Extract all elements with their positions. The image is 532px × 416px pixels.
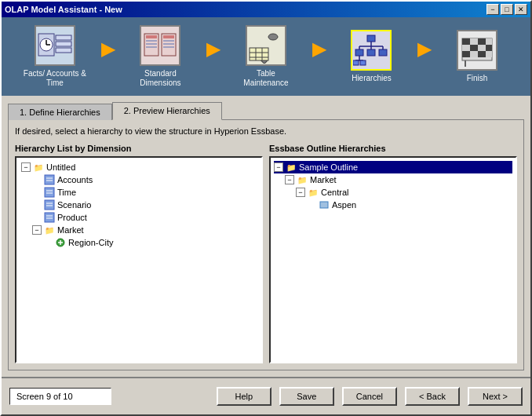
folder-sample-icon: 📁: [285, 162, 297, 173]
tabs-container: 1. Define Hierarchies 2. Preview Hierarc…: [8, 102, 524, 120]
svg-rect-8: [146, 35, 157, 38]
step-facts-label: Facts/ Accounts &Time: [24, 69, 86, 88]
tree-item-accounts[interactable]: Accounts: [20, 173, 258, 186]
step-table-icon: [246, 25, 286, 66]
tree-item-aspen[interactable]: Aspen: [274, 199, 512, 211]
folder-central-icon: 📁: [307, 187, 319, 198]
title-bar: OLAP Model Assistant - New − □ ✕: [2, 2, 530, 17]
finish-icon-svg: [459, 32, 495, 68]
svg-rect-46: [462, 51, 470, 57]
svg-rect-57: [45, 200, 54, 210]
svg-rect-44: [478, 45, 486, 51]
svg-rect-40: [478, 38, 486, 45]
expand-sample-icon[interactable]: −: [274, 162, 283, 172]
svg-rect-16: [163, 46, 174, 48]
svg-rect-15: [163, 43, 174, 45]
step-table: TableMaintenance: [231, 25, 301, 88]
tree-item-product[interactable]: Product: [20, 211, 258, 224]
dim-accounts-icon: [43, 174, 56, 185]
special-region-city-icon: [54, 237, 67, 248]
step-hier-label: Hierarchies: [352, 74, 392, 83]
svg-rect-9: [146, 40, 157, 42]
cancel-button[interactable]: Cancel: [342, 387, 397, 406]
svg-rect-43: [470, 45, 478, 51]
svg-rect-4: [56, 35, 71, 40]
minimize-button[interactable]: −: [486, 4, 499, 15]
tab-preview-hierarchies[interactable]: 2. Preview Hierarchies: [112, 102, 222, 120]
svg-rect-38: [462, 38, 470, 45]
left-tree-box[interactable]: − 📁 Untitled Accounts: [15, 156, 263, 363]
facts-icon-svg: [37, 27, 73, 64]
svg-rect-13: [163, 35, 174, 38]
step-hierarchies: Hierarchies: [336, 30, 406, 83]
close-button[interactable]: ✕: [515, 4, 527, 15]
step-finish-label: Finish: [467, 74, 488, 83]
tree-item-region-city[interactable]: Region-City: [20, 236, 258, 249]
svg-rect-10: [146, 43, 157, 45]
tab-define-hierarchies[interactable]: 1. Define Hierarchies: [8, 104, 112, 120]
expand-untitled-icon[interactable]: −: [21, 162, 31, 172]
svg-rect-47: [470, 51, 478, 57]
svg-rect-24: [367, 35, 375, 42]
svg-rect-19: [250, 48, 268, 60]
svg-rect-51: [45, 175, 54, 184]
arrow-1: ▶: [101, 39, 115, 60]
save-button[interactable]: Save: [279, 387, 334, 406]
svg-rect-66: [320, 202, 328, 208]
tree-item-untitled[interactable]: − 📁 Untitled: [20, 161, 258, 173]
step-dimensions: StandardDimensions: [125, 25, 195, 88]
panel-description: If desired, select a hierarchy to view t…: [15, 126, 517, 136]
tree-item-market[interactable]: − 📁 Market: [20, 224, 258, 236]
back-button[interactable]: < Back: [405, 387, 460, 406]
hier-icon-svg: [353, 32, 389, 68]
expand-market-right-icon[interactable]: −: [285, 175, 294, 184]
svg-rect-14: [163, 40, 174, 42]
step-table-label: TableMaintenance: [243, 69, 288, 88]
folder-icon: 📁: [32, 162, 45, 173]
svg-rect-31: [367, 49, 375, 56]
svg-rect-11: [146, 46, 157, 48]
next-button[interactable]: Next >: [468, 387, 523, 406]
svg-point-17: [268, 34, 278, 40]
svg-rect-60: [45, 213, 54, 222]
svg-rect-41: [486, 38, 492, 45]
tree-item-sample-outline[interactable]: − 📁 Sample Outline: [274, 161, 512, 173]
svg-rect-5: [56, 42, 71, 46]
footer: Screen 9 of 10 Help Save Cancel < Back N…: [2, 377, 530, 414]
step-dims-label: StandardDimensions: [140, 69, 180, 88]
right-tree-box[interactable]: − 📁 Sample Outline − 📁 Market: [269, 156, 517, 363]
right-tree-panel: Essbase Outline Hierarchies − 📁 Sample O…: [269, 144, 517, 363]
left-panel-label: Hierarchy List by Dimension: [15, 144, 263, 153]
arrow-2: ▶: [206, 39, 220, 60]
tree-item-scenario[interactable]: Scenario: [20, 199, 258, 211]
arrow-4: ▶: [417, 39, 431, 60]
svg-rect-48: [478, 51, 486, 57]
svg-rect-39: [470, 38, 478, 45]
folder-market-icon: 📁: [43, 224, 56, 235]
arrow-3: ▶: [312, 39, 326, 60]
dim-scenario-icon: [43, 199, 56, 210]
svg-rect-30: [355, 49, 363, 56]
tree-item-central[interactable]: − 📁 Central: [274, 186, 512, 199]
item-aspen-icon: [318, 199, 330, 210]
right-panel-label: Essbase Outline Hierarchies: [269, 144, 517, 153]
expand-central-icon[interactable]: −: [296, 188, 305, 197]
help-button[interactable]: Help: [217, 387, 271, 406]
main-panel: If desired, select a hierarchy to view t…: [8, 119, 524, 370]
title-bar-buttons: − □ ✕: [486, 4, 527, 15]
step-facts: Facts/ Accounts &Time: [20, 25, 90, 88]
svg-rect-42: [462, 45, 470, 51]
svg-rect-35: [353, 60, 359, 65]
svg-rect-45: [486, 45, 492, 51]
main-content: 1. Define Hierarchies 2. Preview Hierarc…: [2, 96, 530, 377]
svg-rect-32: [379, 49, 387, 56]
folder-market-right-icon: 📁: [296, 174, 308, 185]
wizard-steps-bar: Facts/ Accounts &Time ▶ Standar: [2, 17, 530, 96]
expand-market-icon[interactable]: −: [32, 225, 42, 235]
tree-item-time[interactable]: Time: [20, 186, 258, 199]
maximize-button[interactable]: □: [501, 4, 513, 15]
step-finish: Finish: [442, 30, 512, 83]
tree-item-market-right[interactable]: − 📁 Market: [274, 173, 512, 186]
svg-rect-6: [56, 48, 71, 53]
dims-icon-svg: [142, 27, 178, 64]
